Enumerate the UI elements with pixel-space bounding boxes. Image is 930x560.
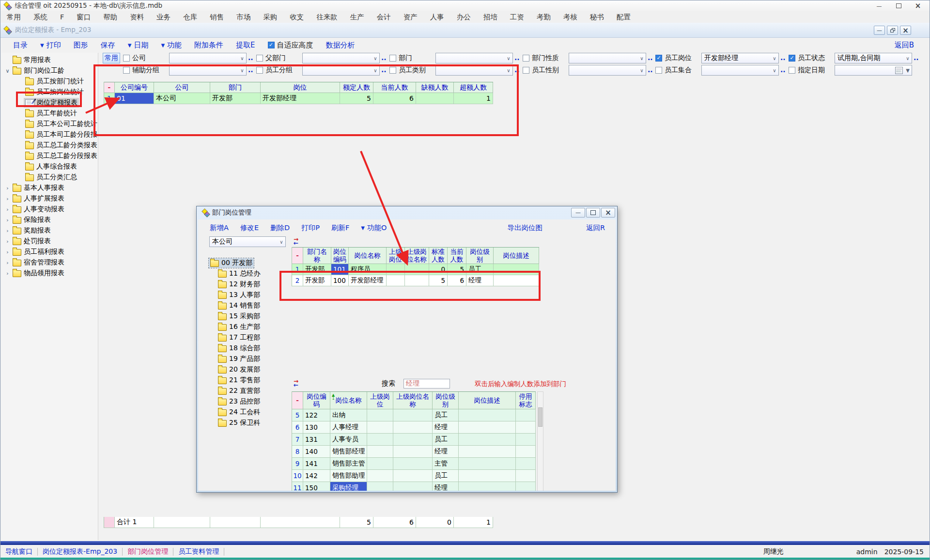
tree-item[interactable]: 员工分类汇总 <box>1 172 98 183</box>
statusbar-item[interactable]: 岗位定额报表-Emp_203 <box>38 547 122 556</box>
table-row[interactable]: 1开发部101程序员05员工 <box>292 264 539 275</box>
column-header[interactable]: 上级岗位名称 <box>393 392 433 409</box>
toolbar-item[interactable]: 目录 <box>13 41 28 50</box>
column-header[interactable]: - <box>104 82 115 93</box>
toolbar-item[interactable]: 图形 <box>74 41 88 50</box>
toolbar-item[interactable]: 提取E <box>236 41 255 50</box>
menu-item[interactable]: F <box>54 13 70 21</box>
tree-item[interactable]: 员工按部门统计 <box>1 76 98 87</box>
toolbar-item[interactable]: 附加条件 <box>194 41 223 50</box>
tree-expand-icon[interactable]: › <box>4 249 11 255</box>
menu-item[interactable]: 仓库 <box>177 13 203 22</box>
tree-item[interactable]: ›员工福利报表 <box>1 247 98 257</box>
menu-item[interactable]: 配置 <box>610 13 637 22</box>
column-header[interactable]: 岗位级别 <box>433 392 459 409</box>
menu-item[interactable]: 采购 <box>257 13 283 22</box>
column-header[interactable]: 标准人数 <box>429 248 448 264</box>
table-row[interactable]: 10142销售部助理员工 <box>292 470 536 482</box>
dept-tree-item[interactable]: 24 工会科 <box>203 407 289 418</box>
dropdown[interactable]: 开发部经理∨ <box>701 53 779 63</box>
menu-item[interactable]: 市场 <box>230 13 257 22</box>
checkbox[interactable] <box>523 55 529 62</box>
checkbox[interactable] <box>523 67 529 74</box>
dept-toolbar-item[interactable]: 打印P <box>301 223 320 233</box>
maximize-button[interactable] <box>889 1 908 11</box>
tree-item[interactable]: ›人事扩展报表 <box>1 193 98 204</box>
table-row[interactable]: 9141销售部主管主管 <box>292 458 536 470</box>
auto-height-toggle[interactable]: 自适应高度 <box>268 41 313 50</box>
tree-expand-icon[interactable]: › <box>4 270 11 277</box>
toolbar-item[interactable]: ▼打印 <box>40 41 61 50</box>
table-row[interactable]: 6130人事经理经理 <box>292 421 536 434</box>
dept-toolbar-item[interactable]: 刷新F <box>331 223 349 233</box>
vertical-scrollbar[interactable] <box>537 391 543 491</box>
checkbox[interactable] <box>123 67 130 74</box>
column-header[interactable]: 当前人数 <box>373 82 416 93</box>
column-header[interactable]: 部门 <box>210 82 261 93</box>
tree-expand-icon[interactable]: › <box>4 260 11 266</box>
filter-field[interactable]: 员工分组 <box>256 65 293 76</box>
column-header[interactable]: 岗位描述 <box>494 248 539 264</box>
tree-item[interactable]: 员工按岗位统计 <box>1 87 98 97</box>
column-header[interactable]: 部门名称 <box>303 248 331 264</box>
menu-item[interactable]: 生产 <box>344 13 371 22</box>
column-header[interactable]: 岗位编码 <box>331 248 349 264</box>
tree-item[interactable]: 员工总工龄分段报表 <box>1 151 98 161</box>
filter-field[interactable]: 员工岗位 <box>655 53 692 63</box>
dept-tree-item[interactable]: 19 产品部 <box>203 354 289 364</box>
menu-item[interactable]: 业务 <box>150 13 177 22</box>
column-header[interactable]: 公司 <box>154 82 210 93</box>
child-minimize-button[interactable] <box>874 26 885 35</box>
checkbox[interactable] <box>655 67 662 74</box>
dept-tree-item[interactable]: 13 人事部 <box>203 290 289 300</box>
menu-item[interactable]: 系统 <box>27 13 54 22</box>
search-input[interactable]: 经理 <box>403 379 450 389</box>
column-header[interactable]: 岗位 <box>261 82 340 93</box>
table-row[interactable]: 2开发部100开发部经理56经理 <box>292 275 539 286</box>
dept-tree-item[interactable]: 00 开发部 <box>203 258 289 268</box>
column-header[interactable]: 上级岗位 <box>387 248 405 264</box>
filter-date[interactable]: 指定日期 <box>789 65 825 76</box>
toolbar-item[interactable]: ▼功能 <box>161 41 182 50</box>
tree-item[interactable]: ›物品领用报表 <box>1 268 98 279</box>
tree-expand-icon[interactable]: › <box>4 238 11 245</box>
tree-item[interactable]: 员工本公司工龄统计 <box>1 119 98 129</box>
filter-field[interactable]: 部门 <box>389 53 412 63</box>
tree-expand-icon[interactable]: › <box>4 185 11 191</box>
checkbox[interactable] <box>256 67 263 74</box>
column-header[interactable]: 公司编号 <box>115 82 154 93</box>
table-row[interactable]: 11150采购经理经理 <box>292 482 536 491</box>
child-close-button[interactable] <box>900 26 911 35</box>
filter-field[interactable]: 员工类别 <box>389 65 426 76</box>
menu-item[interactable]: 常用 <box>0 13 27 22</box>
dept-tree-item[interactable]: 25 保卫科 <box>203 418 289 428</box>
dept-back-button[interactable]: 返回R <box>586 223 605 233</box>
dropdown[interactable]: ∨ <box>435 65 513 76</box>
tree-item[interactable]: 员工年龄统计 <box>1 108 98 119</box>
close-button[interactable] <box>908 1 928 11</box>
menu-item[interactable]: 收支 <box>283 13 310 22</box>
dropdown[interactable]: ∨ <box>569 53 646 63</box>
checkbox[interactable] <box>789 67 795 74</box>
checkbox[interactable] <box>256 55 263 62</box>
tree-item[interactable]: 人事综合报表 <box>1 161 98 172</box>
menu-item[interactable]: 招培 <box>477 13 504 22</box>
column-header[interactable]: 停用标志 <box>516 392 536 409</box>
column-header[interactable]: 缺额人数 <box>416 82 454 93</box>
tree-expand-icon[interactable]: › <box>4 217 11 223</box>
dropdown[interactable]: ∨ <box>701 65 779 76</box>
column-header[interactable]: - <box>292 248 303 264</box>
dept-tree-item[interactable]: 18 综合部 <box>203 343 289 354</box>
checkbox[interactable] <box>123 55 130 62</box>
scrollbar-thumb[interactable] <box>538 407 542 427</box>
export-position-chart-button[interactable]: 导出岗位图 <box>507 223 542 233</box>
tree-expand-icon[interactable]: › <box>4 206 11 213</box>
tree-item[interactable]: ›基本人事报表 <box>1 183 98 193</box>
tree-item[interactable]: 员工本司工龄分段报表 <box>1 129 98 140</box>
dept-toolbar-item[interactable]: 删除D <box>270 223 290 233</box>
dropdown[interactable]: ▼ <box>835 65 912 76</box>
company-select[interactable]: 本公司 ∨ <box>209 236 286 247</box>
menu-item[interactable]: 会计 <box>371 13 397 22</box>
tab-common[interactable]: 常用 <box>103 53 120 63</box>
column-header[interactable]: 上级岗位 <box>367 392 393 409</box>
